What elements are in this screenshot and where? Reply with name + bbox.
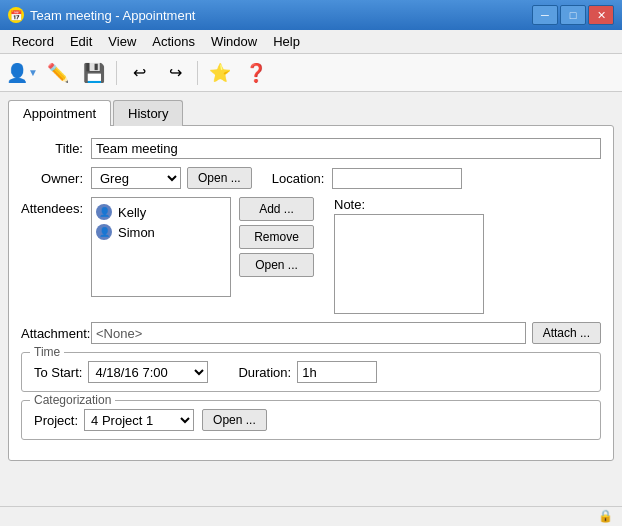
close-button[interactable]: ✕ (588, 5, 614, 25)
attendee-name-kelly: Kelly (118, 205, 146, 220)
attendees-list: 👤 Kelly 👤 Simon (91, 197, 231, 297)
title-label: Title: (21, 141, 91, 156)
project-select[interactable]: 4 Project 1 1 Project A 2 Project B (84, 409, 194, 431)
maximize-button[interactable]: □ (560, 5, 586, 25)
tab-history[interactable]: History (113, 100, 183, 126)
to-start-select[interactable]: 4/18/16 7:00 4/18/16 8:00 4/18/16 9:00 (88, 361, 208, 383)
help-button[interactable]: ❓ (240, 58, 272, 88)
attendee-icon-kelly: 👤 (96, 204, 112, 220)
open-owner-button[interactable]: Open ... (187, 167, 252, 189)
form-panel: Title: Owner: Greg Admin User1 Open ... … (8, 125, 614, 461)
menu-actions[interactable]: Actions (144, 32, 203, 51)
toolbar-separator-1 (116, 61, 117, 85)
open-attendee-button[interactable]: Open ... (239, 253, 314, 277)
menu-edit[interactable]: Edit (62, 32, 100, 51)
tab-appointment[interactable]: Appointment (8, 100, 111, 126)
favorite-button[interactable]: ⭐ (204, 58, 236, 88)
note-section: Note: (334, 197, 601, 314)
menu-window[interactable]: Window (203, 32, 265, 51)
window-title: Team meeting - Appointment (30, 8, 195, 23)
menu-view[interactable]: View (100, 32, 144, 51)
note-label: Note: (334, 197, 601, 212)
status-bar: 🔒 (0, 506, 622, 526)
duration-label: Duration: (238, 365, 291, 380)
attendees-note-row: Attendees: 👤 Kelly 👤 Simon Add ... Remov… (21, 197, 601, 314)
title-bar: 📅 Team meeting - Appointment ─ □ ✕ (0, 0, 622, 30)
attendee-icon-simon: 👤 (96, 224, 112, 240)
attachment-row: Attachment: Attach ... (21, 322, 601, 344)
attendees-buttons: Add ... Remove Open ... (239, 197, 314, 277)
project-label: Project: (34, 413, 78, 428)
categorization-group-label: Categorization (30, 393, 115, 407)
categorization-group: Categorization Project: 4 Project 1 1 Pr… (21, 400, 601, 440)
menu-record[interactable]: Record (4, 32, 62, 51)
add-attendee-button[interactable]: Add ... (239, 197, 314, 221)
time-row: To Start: 4/18/16 7:00 4/18/16 8:00 4/18… (34, 361, 588, 383)
list-item: 👤 Kelly (96, 202, 226, 222)
redo-button[interactable]: ↪ (159, 58, 191, 88)
main-content: Appointment History Title: Owner: Greg A… (0, 92, 622, 526)
new-contact-button[interactable]: 👤▼ (6, 58, 38, 88)
toolbar-separator-2 (197, 61, 198, 85)
attach-button[interactable]: Attach ... (532, 322, 601, 344)
note-textarea[interactable] (334, 214, 484, 314)
time-group: Time To Start: 4/18/16 7:00 4/18/16 8:00… (21, 352, 601, 392)
duration-input[interactable] (297, 361, 377, 383)
toolbar: 👤▼ ✏️ 💾 ↩ ↪ ⭐ ❓ (0, 54, 622, 92)
title-row: Title: (21, 138, 601, 159)
location-input[interactable] (332, 168, 462, 189)
title-input[interactable] (91, 138, 601, 159)
undo-button[interactable]: ↩ (123, 58, 155, 88)
categorization-row: Project: 4 Project 1 1 Project A 2 Proje… (34, 409, 588, 431)
attachment-input[interactable] (91, 322, 526, 344)
open-project-button[interactable]: Open ... (202, 409, 267, 431)
time-group-label: Time (30, 345, 64, 359)
owner-label: Owner: (21, 171, 91, 186)
to-start-label: To Start: (34, 365, 82, 380)
edit-button[interactable]: ✏️ (42, 58, 74, 88)
tab-bar: Appointment History (8, 100, 614, 126)
attendees-label: Attendees: (21, 197, 91, 216)
menu-help[interactable]: Help (265, 32, 308, 51)
list-item: 👤 Simon (96, 222, 226, 242)
attachment-label: Attachment: (21, 326, 91, 341)
minimize-button[interactable]: ─ (532, 5, 558, 25)
owner-location-row: Owner: Greg Admin User1 Open ... Locatio… (21, 167, 601, 189)
save-button[interactable]: 💾 (78, 58, 110, 88)
remove-attendee-button[interactable]: Remove (239, 225, 314, 249)
app-icon: 📅 (8, 7, 24, 23)
location-label: Location: (272, 171, 332, 186)
lock-icon: 🔒 (598, 509, 614, 525)
owner-select[interactable]: Greg Admin User1 (91, 167, 181, 189)
attendee-name-simon: Simon (118, 225, 155, 240)
menu-bar: Record Edit View Actions Window Help (0, 30, 622, 54)
